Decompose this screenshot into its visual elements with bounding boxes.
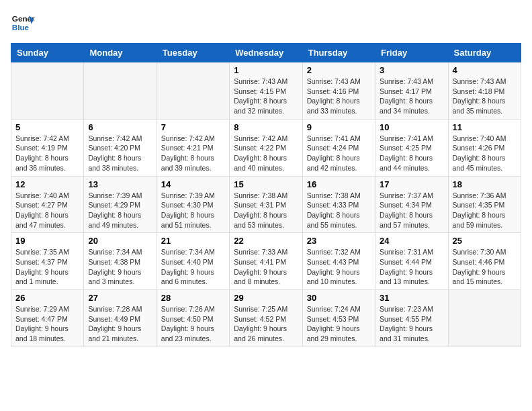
calendar-cell xyxy=(448,290,521,347)
weekday-header-sunday: Sunday xyxy=(11,44,84,62)
day-info: Sunrise: 7:42 AM Sunset: 4:22 PM Dayligh… xyxy=(234,134,298,173)
calendar-cell: 21Sunrise: 7:34 AM Sunset: 4:40 PM Dayli… xyxy=(157,233,229,290)
day-number: 8 xyxy=(234,122,298,132)
day-info: Sunrise: 7:40 AM Sunset: 4:26 PM Dayligh… xyxy=(453,134,517,173)
day-info: Sunrise: 7:40 AM Sunset: 4:27 PM Dayligh… xyxy=(15,191,79,230)
day-number: 15 xyxy=(234,179,298,189)
calendar-cell: 13Sunrise: 7:39 AM Sunset: 4:29 PM Dayli… xyxy=(84,176,157,233)
calendar-week-3: 12Sunrise: 7:40 AM Sunset: 4:27 PM Dayli… xyxy=(11,176,521,233)
calendar-cell: 6Sunrise: 7:42 AM Sunset: 4:20 PM Daylig… xyxy=(84,119,157,176)
day-info: Sunrise: 7:32 AM Sunset: 4:43 PM Dayligh… xyxy=(307,247,371,287)
day-info: Sunrise: 7:42 AM Sunset: 4:19 PM Dayligh… xyxy=(15,134,79,173)
day-info: Sunrise: 7:43 AM Sunset: 4:17 PM Dayligh… xyxy=(380,77,443,116)
calendar-cell: 30Sunrise: 7:24 AM Sunset: 4:53 PM Dayli… xyxy=(302,290,375,347)
day-number: 1 xyxy=(234,65,298,75)
day-number: 11 xyxy=(453,122,517,132)
calendar-week-2: 5Sunrise: 7:42 AM Sunset: 4:19 PM Daylig… xyxy=(11,119,521,176)
day-number: 27 xyxy=(88,293,152,303)
calendar-cell: 11Sunrise: 7:40 AM Sunset: 4:26 PM Dayli… xyxy=(448,119,521,176)
day-number: 14 xyxy=(161,179,225,189)
day-number: 17 xyxy=(380,179,443,189)
day-info: Sunrise: 7:34 AM Sunset: 4:40 PM Dayligh… xyxy=(161,247,225,287)
day-info: Sunrise: 7:26 AM Sunset: 4:50 PM Dayligh… xyxy=(161,304,225,344)
day-info: Sunrise: 7:23 AM Sunset: 4:55 PM Dayligh… xyxy=(380,304,443,344)
day-info: Sunrise: 7:29 AM Sunset: 4:47 PM Dayligh… xyxy=(15,304,79,344)
calendar-week-1: 1Sunrise: 7:43 AM Sunset: 4:15 PM Daylig… xyxy=(11,62,521,120)
logo-icon: General Blue xyxy=(11,11,35,35)
day-number: 2 xyxy=(307,65,371,75)
calendar-cell: 22Sunrise: 7:33 AM Sunset: 4:41 PM Dayli… xyxy=(230,233,302,290)
day-number: 10 xyxy=(380,122,443,132)
calendar-cell: 3Sunrise: 7:43 AM Sunset: 4:17 PM Daylig… xyxy=(375,62,448,120)
day-info: Sunrise: 7:39 AM Sunset: 4:29 PM Dayligh… xyxy=(88,191,152,230)
calendar-cell: 15Sunrise: 7:38 AM Sunset: 4:31 PM Dayli… xyxy=(230,176,302,233)
day-info: Sunrise: 7:41 AM Sunset: 4:25 PM Dayligh… xyxy=(380,134,443,173)
calendar-cell: 17Sunrise: 7:37 AM Sunset: 4:34 PM Dayli… xyxy=(375,176,448,233)
calendar-cell: 20Sunrise: 7:34 AM Sunset: 4:38 PM Dayli… xyxy=(84,233,157,290)
day-number: 19 xyxy=(15,236,79,246)
calendar-cell: 1Sunrise: 7:43 AM Sunset: 4:15 PM Daylig… xyxy=(230,62,302,120)
day-info: Sunrise: 7:28 AM Sunset: 4:49 PM Dayligh… xyxy=(88,304,152,344)
day-number: 21 xyxy=(161,236,225,246)
weekday-header-friday: Friday xyxy=(375,44,448,62)
day-info: Sunrise: 7:37 AM Sunset: 4:34 PM Dayligh… xyxy=(380,191,443,230)
day-info: Sunrise: 7:35 AM Sunset: 4:37 PM Dayligh… xyxy=(15,247,79,287)
calendar-cell: 26Sunrise: 7:29 AM Sunset: 4:47 PM Dayli… xyxy=(11,290,84,347)
day-number: 7 xyxy=(161,122,225,132)
day-info: Sunrise: 7:36 AM Sunset: 4:35 PM Dayligh… xyxy=(453,191,517,230)
day-number: 4 xyxy=(453,65,517,75)
day-number: 6 xyxy=(88,122,152,132)
calendar-cell: 8Sunrise: 7:42 AM Sunset: 4:22 PM Daylig… xyxy=(230,119,302,176)
day-number: 22 xyxy=(234,236,298,246)
calendar-cell: 4Sunrise: 7:43 AM Sunset: 4:18 PM Daylig… xyxy=(448,62,521,120)
calendar-cell: 9Sunrise: 7:41 AM Sunset: 4:24 PM Daylig… xyxy=(302,119,375,176)
day-number: 5 xyxy=(15,122,79,132)
day-info: Sunrise: 7:41 AM Sunset: 4:24 PM Dayligh… xyxy=(307,134,371,173)
weekday-header-wednesday: Wednesday xyxy=(230,44,302,62)
svg-text:Blue: Blue xyxy=(12,23,30,32)
calendar-cell: 7Sunrise: 7:42 AM Sunset: 4:21 PM Daylig… xyxy=(157,119,229,176)
weekday-header-thursday: Thursday xyxy=(302,44,375,62)
calendar-cell: 27Sunrise: 7:28 AM Sunset: 4:49 PM Dayli… xyxy=(84,290,157,347)
day-info: Sunrise: 7:24 AM Sunset: 4:53 PM Dayligh… xyxy=(307,304,371,344)
calendar-cell: 24Sunrise: 7:31 AM Sunset: 4:44 PM Dayli… xyxy=(375,233,448,290)
day-info: Sunrise: 7:43 AM Sunset: 4:18 PM Dayligh… xyxy=(453,77,517,116)
day-number: 31 xyxy=(380,293,443,303)
weekday-header-tuesday: Tuesday xyxy=(157,44,229,62)
calendar-cell: 18Sunrise: 7:36 AM Sunset: 4:35 PM Dayli… xyxy=(448,176,521,233)
day-number: 13 xyxy=(88,179,152,189)
calendar-week-4: 19Sunrise: 7:35 AM Sunset: 4:37 PM Dayli… xyxy=(11,233,521,290)
day-number: 3 xyxy=(380,65,443,75)
day-number: 12 xyxy=(15,179,79,189)
day-info: Sunrise: 7:42 AM Sunset: 4:21 PM Dayligh… xyxy=(161,134,225,173)
day-info: Sunrise: 7:25 AM Sunset: 4:52 PM Dayligh… xyxy=(234,304,298,344)
day-info: Sunrise: 7:43 AM Sunset: 4:15 PM Dayligh… xyxy=(234,77,298,116)
calendar-cell: 31Sunrise: 7:23 AM Sunset: 4:55 PM Dayli… xyxy=(375,290,448,347)
day-number: 29 xyxy=(234,293,298,303)
logo: General Blue xyxy=(11,11,35,35)
calendar-cell xyxy=(157,62,229,120)
calendar-cell: 10Sunrise: 7:41 AM Sunset: 4:25 PM Dayli… xyxy=(375,119,448,176)
calendar-cell: 23Sunrise: 7:32 AM Sunset: 4:43 PM Dayli… xyxy=(302,233,375,290)
day-info: Sunrise: 7:38 AM Sunset: 4:33 PM Dayligh… xyxy=(307,191,371,230)
day-info: Sunrise: 7:33 AM Sunset: 4:41 PM Dayligh… xyxy=(234,247,298,287)
day-number: 24 xyxy=(380,236,443,246)
calendar-table: SundayMondayTuesdayWednesdayThursdayFrid… xyxy=(11,43,521,347)
day-number: 25 xyxy=(453,236,517,246)
weekday-header-saturday: Saturday xyxy=(448,44,521,62)
day-info: Sunrise: 7:42 AM Sunset: 4:20 PM Dayligh… xyxy=(88,134,152,173)
calendar-cell: 14Sunrise: 7:39 AM Sunset: 4:30 PM Dayli… xyxy=(157,176,229,233)
calendar-cell: 5Sunrise: 7:42 AM Sunset: 4:19 PM Daylig… xyxy=(11,119,84,176)
day-number: 26 xyxy=(15,293,79,303)
calendar-cell: 16Sunrise: 7:38 AM Sunset: 4:33 PM Dayli… xyxy=(302,176,375,233)
weekday-header-monday: Monday xyxy=(84,44,157,62)
day-number: 30 xyxy=(307,293,371,303)
day-number: 23 xyxy=(307,236,371,246)
calendar-cell xyxy=(11,62,84,120)
page-header: General Blue xyxy=(11,11,521,35)
calendar-cell: 29Sunrise: 7:25 AM Sunset: 4:52 PM Dayli… xyxy=(230,290,302,347)
calendar-cell xyxy=(84,62,157,120)
calendar-cell: 19Sunrise: 7:35 AM Sunset: 4:37 PM Dayli… xyxy=(11,233,84,290)
calendar-cell: 2Sunrise: 7:43 AM Sunset: 4:16 PM Daylig… xyxy=(302,62,375,120)
weekday-header-row: SundayMondayTuesdayWednesdayThursdayFrid… xyxy=(11,44,521,62)
